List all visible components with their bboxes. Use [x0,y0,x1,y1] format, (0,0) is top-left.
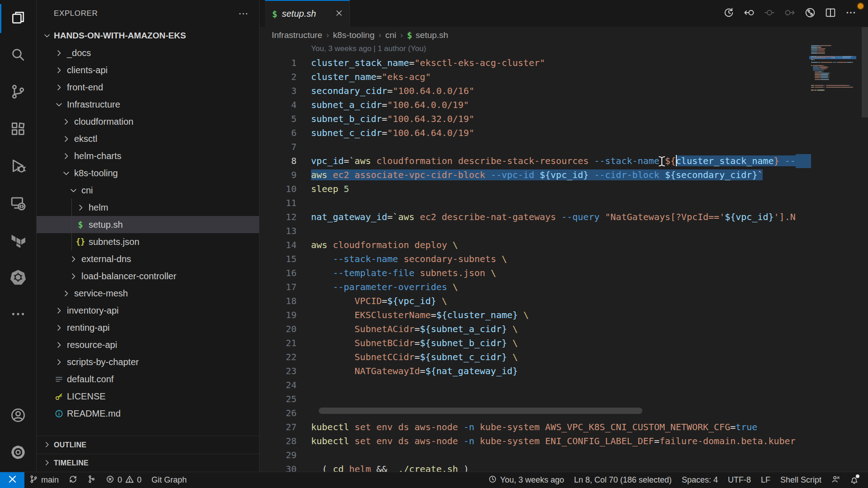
line-number[interactable]: 22 [259,350,297,364]
timeline-icon[interactable] [723,7,734,20]
code-line-13[interactable]: 13 [259,224,811,238]
tree-item-external-dns[interactable]: external-dns [37,250,259,267]
status-feedback[interactable] [826,472,845,488]
code-line-14[interactable]: 14aws cloudformation deploy \ [259,238,811,252]
tree-item--docs[interactable]: _docs [37,44,259,61]
activity-item-more-views[interactable] [0,296,36,333]
tree-item-setup-sh[interactable]: $setup.sh [37,216,259,233]
line-number[interactable]: 25 [259,392,297,406]
horizontal-scrollbar[interactable] [319,408,642,414]
tree-item-eksctl[interactable]: eksctl [37,130,259,147]
code-line-24[interactable]: 24 [259,378,811,392]
vertical-scrollbar[interactable] [862,27,868,117]
code-line-1[interactable]: 1cluster_stack_name="eksctl-eks-acg-clus… [259,56,811,70]
tree-item-infrastructure[interactable]: Infrastructure [37,96,259,113]
line-number[interactable]: 26 [259,406,297,420]
tree-item-subnets-json[interactable]: {}subnets.json [37,233,259,250]
line-number[interactable]: 10 [259,182,297,196]
line-number[interactable]: 6 [259,126,297,140]
tree-item-resource-api[interactable]: resource-api [37,336,259,353]
tree-item-scripts-by-chapter[interactable]: scripts-by-chapter [37,353,259,371]
status-git-graph[interactable]: Git Graph [146,472,192,488]
line-number[interactable]: 23 [259,364,297,378]
line-number[interactable]: 29 [259,448,297,462]
tree-item-front-end[interactable]: front-end [37,79,259,96]
line-number[interactable]: 20 [259,322,297,336]
source-control-graph-icon[interactable] [805,7,816,20]
status-branch[interactable]: main [24,472,64,488]
status-remote-indicator[interactable] [0,472,24,488]
explorer-more-actions-icon[interactable]: ⋯ [238,8,249,19]
previous-change-icon[interactable] [764,7,775,20]
code-line-17[interactable]: 17 --parameter-overrides \ [259,280,811,294]
code-line-11[interactable]: 11 [259,196,811,210]
tree-item-k8s-tooling[interactable]: k8s-tooling [37,164,259,182]
activity-item-settings[interactable] [0,435,36,472]
activity-item-kubernetes[interactable] [0,259,36,296]
code-line-9[interactable]: 9aws ec2 associate-vpc-cidr-block --vpc-… [259,168,811,182]
section-outline[interactable]: OUTLINE [37,436,259,454]
tree-item-helm-charts[interactable]: helm-charts [37,147,259,164]
status-language-mode[interactable]: Shell Script [775,472,826,488]
code-line-27[interactable]: 27kubectl set env ds aws-node -n kube-sy… [259,420,811,434]
line-number[interactable]: 2 [259,70,297,84]
line-number[interactable]: 27 [259,420,297,434]
line-number[interactable]: 28 [259,434,297,448]
breadcrumb-item-k8s-tooling[interactable]: k8s-tooling [333,30,375,40]
tree-item-renting-api[interactable]: renting-api [37,319,259,336]
line-number[interactable]: 12 [259,210,297,224]
code-line-6[interactable]: 6subnet_c_cidr="100.64.64.0/19" [259,126,811,140]
line-number[interactable]: 4 [259,98,297,112]
line-number[interactable]: 7 [259,140,297,154]
code-line-3[interactable]: 3secondary_cidr="100.64.0.0/16" [259,84,811,98]
code-line-20[interactable]: 20 SubnetACidr=${subnet_a_cidr} \ [259,322,811,336]
line-number[interactable]: 11 [259,196,297,210]
code-line-2[interactable]: 2cluster_name="eks-acg" [259,70,811,84]
more-actions-icon[interactable] [845,7,856,20]
breadcrumb-item-setup-sh[interactable]: $setup.sh [407,30,448,40]
line-number[interactable]: 13 [259,224,297,238]
status-blame[interactable]: You, 3 weeks ago [483,472,569,488]
line-number[interactable]: 18 [259,294,297,308]
activity-item-terraform[interactable] [0,222,36,259]
code-line-15[interactable]: 15 --stack-name secondary-subnets \ [259,252,811,266]
tree-item-clients-api[interactable]: clients-api [37,61,259,79]
status-git-graph-view[interactable] [82,472,101,488]
code-line-23[interactable]: 23 NATGatewayId=${nat_gateway_id} [259,364,811,378]
code-line-29[interactable]: 29 [259,448,811,462]
activity-item-source-control[interactable] [0,74,36,111]
code-line-8[interactable]: 8vpc_id=`aws cloudformation describe-sta… [259,154,811,168]
tree-item-service-mesh[interactable]: service-mesh [37,285,259,302]
next-change-icon[interactable] [784,7,795,20]
tree-item-inventory-api[interactable]: inventory-api [37,302,259,319]
code-line-5[interactable]: 5subnet_b_cidr="100.64.32.0/19" [259,112,811,126]
line-number[interactable]: 15 [259,252,297,266]
open-changes-icon[interactable] [744,7,755,20]
tree-item-cni[interactable]: cni [37,182,259,199]
status-sync[interactable] [64,472,82,488]
breadcrumb-item-infrastructure[interactable]: Infrastructure [272,30,322,40]
status-problems[interactable]: 00 [101,472,146,488]
code-line-10[interactable]: 10sleep 5 [259,182,811,196]
code-line-19[interactable]: 19 EKSClusterName=${cluster_name} \ [259,308,811,322]
activity-item-run-and-debug[interactable] [0,148,36,185]
code-line-28[interactable]: 28kubectl set env ds aws-node -n kube-sy… [259,434,811,448]
code-line-7[interactable]: 7 [259,140,811,154]
code-line-12[interactable]: 12nat_gateway_id=`aws ec2 describe-nat-g… [259,210,811,224]
line-number[interactable]: 24 [259,378,297,392]
line-number[interactable]: 9 [259,168,297,182]
activity-item-remote-explorer[interactable] [0,185,36,222]
activity-item-extensions[interactable] [0,111,36,148]
code-line-18[interactable]: 18 VPCID=${vpc_id} \ [259,294,811,308]
line-number[interactable]: 17 [259,280,297,294]
code-line-16[interactable]: 16 --template-file subnets.json \ [259,266,811,280]
line-number[interactable]: 16 [259,266,297,280]
tree-item-default-conf[interactable]: default.conf [37,371,259,388]
tree-item-load-balancer-controller[interactable]: load-balancer-controller [37,267,259,285]
status-indentation[interactable]: Spaces: 4 [677,472,723,488]
line-number[interactable]: 14 [259,238,297,252]
project-root-folder[interactable]: HANDS-ON-WITH-AMAZON-EKS [37,27,259,44]
activity-item-search[interactable] [0,37,36,74]
activity-item-explorer[interactable] [0,0,36,37]
code-line-30[interactable]: 30 ( cd helm && ./create.sh ) [259,462,811,472]
